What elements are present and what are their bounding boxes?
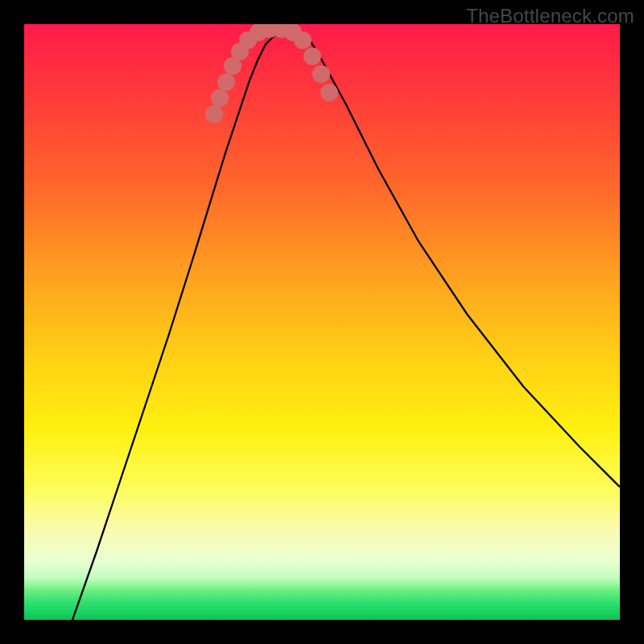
chart-svg [24, 24, 620, 620]
watermark-text: TheBottleneck.com [466, 5, 634, 27]
highlight-dot [303, 47, 321, 65]
chart-area [24, 24, 620, 620]
highlight-dot [217, 73, 235, 91]
highlight-dot [294, 31, 312, 49]
highlight-dot [205, 105, 223, 123]
highlight-dot [320, 84, 338, 101]
highlight-dot [312, 65, 330, 83]
curve-line [72, 28, 620, 620]
highlight-dot [211, 89, 229, 107]
